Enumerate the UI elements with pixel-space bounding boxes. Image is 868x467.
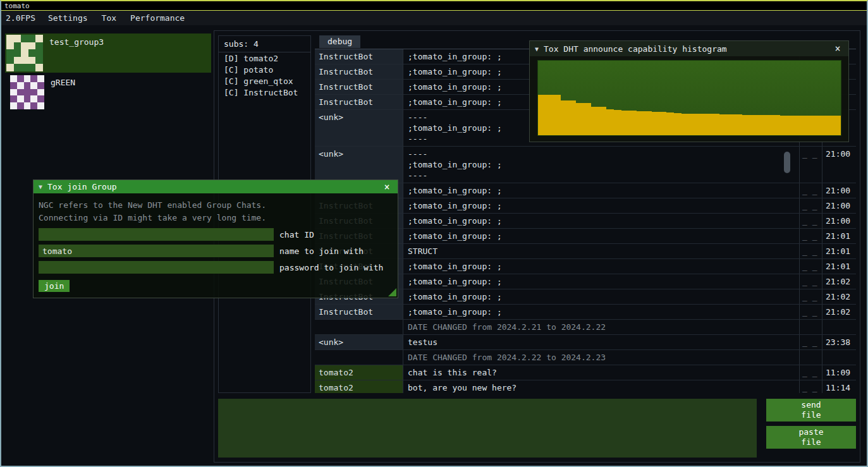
chat-message-row[interactable]: <unk>---- ;tomato_in_group: ; ----_ _21:… (315, 147, 856, 183)
chat-message-row[interactable]: tomato2bot, are you new here?_ _11:14 (315, 380, 856, 393)
message-author: InstructBot (315, 80, 403, 94)
close-icon[interactable]: × (381, 181, 393, 193)
group-list: test_group3gREEN (5, 33, 211, 112)
histogram-bar (727, 114, 735, 135)
histogram-bar (773, 115, 780, 135)
histogram-bar (553, 95, 561, 135)
message-status: _ _ (800, 274, 822, 289)
histogram-bar (712, 114, 719, 135)
join-button[interactable]: join (39, 280, 70, 292)
chat-message-row[interactable]: tomato2chat is this real?_ _11:09 (315, 365, 856, 380)
tab-debug[interactable]: debug (319, 35, 360, 48)
join-password-input[interactable] (39, 261, 274, 274)
message-status: _ _ (800, 380, 822, 393)
subscriber-item[interactable]: [C] green_qtox (219, 75, 310, 87)
histogram-bar (719, 114, 727, 135)
group-list-item[interactable]: gREEN (5, 74, 211, 111)
histogram-bar (742, 115, 750, 135)
message-status: _ _ (800, 198, 822, 213)
message-status (800, 320, 822, 334)
join-password-label: password to join with (279, 263, 383, 272)
ngc-info-text: NGC refers to the New DHT enabled Group … (39, 199, 393, 212)
message-text: ;tomato_in_group: ; (403, 259, 800, 274)
message-timestamp: 21:01 (822, 259, 856, 274)
histogram-bar (780, 116, 788, 135)
resize-grip[interactable] (388, 288, 396, 296)
message-text: ;tomato_in_group: ; (403, 229, 800, 243)
date-separator-row[interactable]: DATE CHANGED from 2024.2.21 to 2024.2.22 (315, 320, 856, 335)
message-text: testus (403, 335, 800, 349)
message-text: ;tomato_in_group: ; (403, 274, 800, 289)
message-status: _ _ (800, 229, 822, 243)
group-list-item[interactable]: test_group3 (5, 33, 211, 73)
histogram-bar (576, 103, 584, 135)
send-file-button[interactable]: send file (766, 399, 856, 422)
group-avatar-icon (6, 35, 43, 71)
message-text: ;tomato_in_group: ; (403, 289, 800, 304)
message-author: InstructBot (315, 49, 403, 64)
histogram-bar (765, 115, 773, 135)
histogram-window-title: Tox DHT announce capability histogram (544, 44, 727, 54)
date-separator-row[interactable]: DATE CHANGED from 2024.2.22 to 2024.2.23 (315, 350, 856, 365)
histogram-bar (606, 109, 614, 135)
message-timestamp: 23:38 (822, 335, 856, 349)
histogram-bar (538, 95, 546, 135)
window-titlebar[interactable]: tomato (1, 1, 867, 11)
subscriber-item[interactable]: [C] potato (219, 64, 310, 75)
histogram-bar (757, 115, 765, 135)
join-window-titlebar[interactable]: ▼ Tox join Group × (34, 180, 398, 193)
join-name-label: name to join with (279, 246, 364, 256)
join-group-window[interactable]: ▼ Tox join Group × NGC refers to the New… (33, 179, 398, 298)
message-text: ;tomato_in_group: ; (403, 183, 800, 198)
join-name-input[interactable] (39, 245, 274, 257)
histogram-bar (818, 116, 826, 135)
chat-scrollbar-thumb[interactable] (784, 152, 790, 173)
histogram-bar (735, 114, 742, 135)
close-icon[interactable]: × (832, 43, 843, 54)
menu-performance[interactable]: Performance (123, 11, 192, 25)
collapse-arrow-icon[interactable]: ▼ (535, 45, 539, 52)
histogram-bar (614, 110, 621, 135)
message-author: <unk> (315, 110, 403, 146)
date-changed-text: DATE CHANGED from 2024.2.22 to 2024.2.23 (403, 350, 800, 365)
message-status: _ _ (800, 259, 822, 274)
message-timestamp: 21:01 (822, 229, 856, 243)
message-timestamp: 11:09 (822, 365, 856, 380)
histogram-bar (637, 111, 644, 135)
chat-id-input[interactable] (39, 228, 274, 241)
histogram-bar (833, 116, 841, 135)
menu-tox[interactable]: Tox (95, 11, 123, 25)
message-timestamp: 21:02 (822, 305, 856, 319)
histogram-bars (538, 61, 841, 135)
histogram-bar (674, 113, 682, 135)
collapse-arrow-icon[interactable]: ▼ (39, 183, 42, 190)
paste-file-button[interactable]: paste file (766, 426, 856, 449)
histogram-bar (682, 114, 689, 135)
chat-message-row[interactable]: InstructBot;tomato_in_group: ;_ _21:02 (315, 305, 856, 320)
message-author: tomato2 (315, 365, 403, 380)
app-window: tomato 2.0FPS Settings Tox Performance t… (0, 0, 868, 467)
message-author: <unk> (315, 335, 403, 349)
message-status: _ _ (800, 305, 822, 319)
message-author (315, 320, 403, 334)
message-author: tomato2 (315, 380, 403, 393)
histogram-window-titlebar[interactable]: ▼ Tox DHT announce capability histogram … (530, 41, 848, 56)
message-author: InstructBot (315, 305, 403, 319)
histogram-bar (561, 100, 568, 135)
message-input[interactable] (218, 399, 757, 458)
subscriber-item[interactable]: [C] InstructBot (219, 87, 310, 98)
message-timestamp: 21:00 (822, 198, 856, 213)
subscriber-item[interactable]: [D] tomato2 (219, 52, 310, 64)
menu-settings[interactable]: Settings (41, 11, 95, 25)
chat-id-label: chat ID (279, 230, 314, 240)
message-status: _ _ (800, 183, 822, 198)
histogram-plot (537, 60, 841, 136)
histogram-bar (697, 114, 704, 135)
chat-message-row[interactable]: <unk>testus_ _23:38 (315, 335, 856, 350)
histogram-bar (788, 116, 795, 135)
message-status: _ _ (800, 147, 822, 183)
message-composer: send file paste file (218, 399, 856, 458)
dht-histogram-window[interactable]: ▼ Tox DHT announce capability histogram … (529, 40, 849, 142)
message-status: _ _ (800, 335, 822, 349)
message-timestamp (822, 320, 856, 334)
